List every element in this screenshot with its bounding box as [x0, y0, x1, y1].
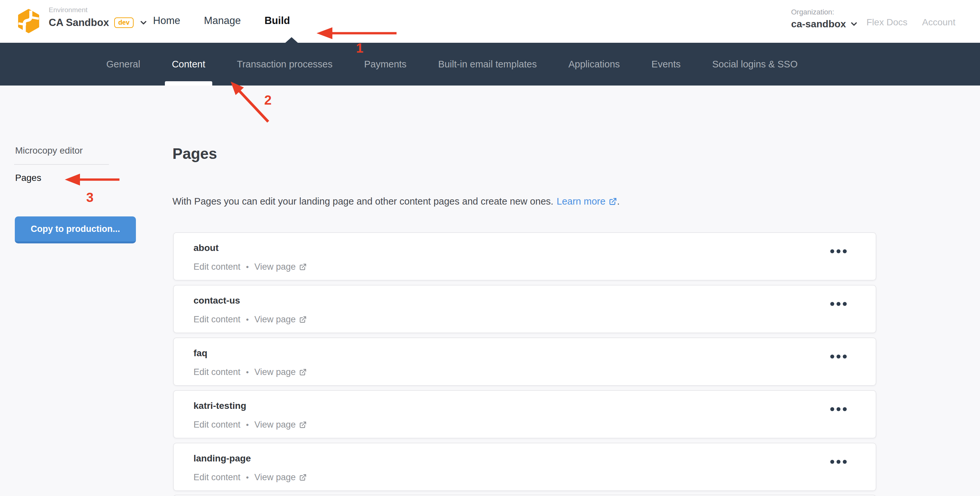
external-link-icon — [299, 368, 307, 376]
tab-content[interactable]: Content — [172, 43, 205, 86]
link-separator: • — [246, 368, 249, 377]
tab-general[interactable]: General — [106, 43, 140, 86]
card-menu-button[interactable] — [828, 247, 849, 255]
console-page: Environment CA Sandbox dev Home Manage B… — [0, 0, 980, 496]
tab-applications[interactable]: Applications — [568, 43, 620, 86]
nav-item-build[interactable]: Build — [264, 15, 290, 27]
card-menu-button[interactable] — [828, 405, 849, 413]
page-card-partial — [173, 495, 877, 496]
link-separator: • — [246, 262, 249, 272]
environment-selector[interactable]: Environment CA Sandbox dev — [49, 6, 148, 29]
sidebar-item-microcopy-editor[interactable]: Microcopy editor — [15, 145, 83, 156]
flex-docs-link[interactable]: Flex Docs — [867, 17, 907, 28]
tab-built-in-email-templates[interactable]: Built-in email templates — [438, 43, 537, 86]
chevron-down-icon — [850, 19, 859, 29]
view-page-link[interactable]: View page — [255, 315, 307, 324]
page-card-contact-us: contact-us Edit content • View page — [173, 285, 877, 333]
edit-content-link[interactable]: Edit content — [194, 367, 240, 377]
view-page-link[interactable]: View page — [255, 262, 307, 272]
sidebar-divider — [14, 164, 109, 165]
tab-social-logins-sso[interactable]: Social logins & SSO — [712, 43, 798, 86]
external-link-icon — [299, 316, 307, 324]
external-link-icon — [299, 474, 307, 482]
view-page-link[interactable]: View page — [255, 472, 307, 483]
annotation-arrow-3 — [60, 172, 123, 187]
page-title: Pages — [172, 145, 217, 162]
pages-list: about Edit content • View page contact-u… — [173, 232, 877, 491]
top-header: Environment CA Sandbox dev Home Manage B… — [0, 0, 980, 43]
page-name: faq — [194, 348, 207, 359]
ellipsis-icon — [830, 355, 834, 359]
view-page-link[interactable]: View page — [255, 367, 307, 377]
environment-dev-badge: dev — [114, 17, 133, 28]
card-menu-button[interactable] — [828, 458, 849, 466]
primary-nav: Home Manage Build — [153, 0, 290, 41]
annotation-number-3: 3 — [86, 190, 94, 205]
nav-item-manage[interactable]: Manage — [204, 15, 241, 27]
card-menu-button[interactable] — [828, 353, 849, 361]
page-card-katri-testing: katri-testing Edit content • View page — [173, 390, 877, 439]
external-link-icon — [299, 263, 307, 271]
link-separator: • — [246, 315, 249, 324]
ellipsis-icon — [830, 460, 834, 464]
sharetribe-logo-icon — [18, 8, 40, 33]
learn-more-link[interactable]: Learn more — [557, 196, 617, 207]
page-card-faq: faq Edit content • View page — [173, 337, 877, 386]
page-card-landing-page: landing-page Edit content • View page — [173, 443, 877, 491]
external-link-icon — [299, 421, 307, 429]
page-name: landing-page — [194, 453, 251, 464]
link-separator: • — [246, 473, 249, 482]
organization-name: ca-sandbox — [791, 18, 846, 30]
card-menu-button[interactable] — [828, 300, 849, 308]
environment-name: CA Sandbox — [49, 17, 109, 29]
tab-transaction-processes[interactable]: Transaction processes — [237, 43, 333, 86]
ellipsis-icon — [830, 407, 834, 411]
annotation-number-2: 2 — [264, 93, 272, 108]
external-link-icon — [608, 197, 617, 206]
edit-content-link[interactable]: Edit content — [194, 262, 240, 272]
nav-item-home[interactable]: Home — [153, 15, 180, 27]
edit-content-link[interactable]: Edit content — [194, 472, 240, 483]
chevron-down-icon — [139, 18, 148, 27]
tab-events[interactable]: Events — [652, 43, 681, 86]
organization-selector[interactable]: Organization: ca-sandbox — [791, 8, 859, 30]
sidebar-item-pages[interactable]: Pages — [15, 173, 41, 183]
active-tab-indicator — [165, 81, 212, 86]
account-link[interactable]: Account — [922, 17, 955, 28]
build-section-caret — [285, 37, 298, 43]
description-period: . — [617, 196, 620, 207]
organization-label: Organization: — [791, 8, 859, 16]
edit-content-link[interactable]: Edit content — [194, 420, 240, 430]
page-description: With Pages you can edit your landing pag… — [172, 196, 620, 207]
page-name: katri-testing — [194, 401, 246, 411]
page-name: about — [194, 243, 218, 253]
edit-content-link[interactable]: Edit content — [194, 315, 240, 324]
page-name: contact-us — [194, 296, 240, 306]
ellipsis-icon — [830, 249, 834, 253]
environment-label: Environment — [49, 6, 148, 14]
build-subnav: General Content Transaction processes Pa… — [0, 43, 980, 86]
view-page-link[interactable]: View page — [255, 420, 307, 430]
link-separator: • — [246, 420, 249, 429]
copy-to-production-button[interactable]: Copy to production... — [15, 216, 136, 243]
tab-payments[interactable]: Payments — [364, 43, 406, 86]
description-text: With Pages you can edit your landing pag… — [172, 196, 554, 207]
page-card-about: about Edit content • View page — [173, 232, 877, 281]
ellipsis-icon — [830, 302, 834, 306]
